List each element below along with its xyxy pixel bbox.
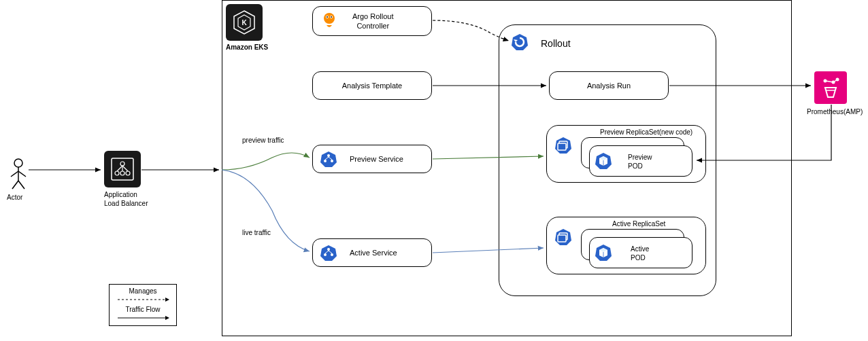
alb-icon — [104, 151, 141, 187]
eks-label: Amazon EKS — [226, 43, 268, 52]
svg-point-25 — [331, 160, 333, 162]
svg-marker-22 — [320, 151, 337, 167]
svg-marker-28 — [320, 245, 337, 261]
svg-point-7 — [120, 162, 124, 166]
prometheus-label: Prometheus(AMP) — [807, 107, 863, 116]
svg-point-30 — [324, 253, 327, 256]
rs-icon — [554, 136, 573, 155]
k8s-service-icon — [320, 150, 337, 168]
analysis-run-label: Analysis Run — [587, 82, 631, 90]
actor-figure — [8, 158, 29, 190]
eks-icon: K — [226, 4, 263, 41]
argo-subtitle: Controller — [352, 21, 394, 31]
preview-traffic-label: preview traffic — [242, 136, 284, 145]
legend-traffic: Traffic Flow — [115, 306, 171, 313]
svg-line-3 — [18, 171, 26, 177]
argo-icon — [320, 12, 339, 31]
svg-point-9 — [120, 171, 124, 175]
analysis-template-label: Analysis Template — [342, 82, 402, 90]
svg-rect-38 — [558, 143, 566, 150]
prometheus-icon — [814, 71, 847, 104]
svg-marker-57 — [165, 298, 169, 302]
svg-point-20 — [327, 16, 328, 18]
svg-point-29 — [327, 248, 330, 251]
preview-rs-title: Preview ReplicaSet(new code) — [600, 128, 692, 137]
svg-line-5 — [18, 181, 24, 189]
svg-point-10 — [126, 171, 130, 175]
alb-subtitle: Load Balancer — [104, 199, 148, 208]
svg-line-2 — [11, 171, 18, 177]
pod-icon — [594, 151, 613, 170]
svg-line-11 — [117, 166, 122, 171]
svg-point-31 — [331, 253, 333, 256]
legend-box: Manages Traffic Flow — [109, 284, 177, 326]
actor-label: Actor — [7, 193, 22, 202]
preview-pod-label-1: Preview — [628, 153, 652, 162]
rollout-icon — [510, 33, 529, 52]
active-pod-label-1: Active — [631, 245, 649, 253]
argo-controller-box: Argo Rollout Controller — [312, 6, 432, 36]
alb-label: Application Load Balancer — [104, 190, 148, 208]
active-pod-front: Active POD — [589, 237, 692, 268]
svg-text:K: K — [241, 19, 247, 26]
analysis-run-box: Analysis Run — [549, 71, 669, 100]
rs-icon-2 — [554, 228, 573, 247]
svg-line-13 — [122, 166, 128, 171]
svg-point-21 — [331, 16, 332, 18]
preview-pod-label-2: POD — [628, 162, 652, 170]
rollout-label: Rollout — [541, 37, 571, 50]
argo-title: Argo Rollout — [352, 12, 394, 21]
active-service-label: Active Service — [350, 249, 397, 257]
alb-title: Application — [104, 190, 148, 199]
preview-pod-front: Preview POD — [589, 145, 692, 177]
svg-line-4 — [12, 181, 18, 189]
live-traffic-label: live traffic — [242, 228, 271, 237]
svg-rect-45 — [558, 235, 566, 242]
active-pod-label-2: POD — [631, 253, 649, 262]
svg-point-17 — [324, 13, 335, 24]
k8s-service-icon-2 — [320, 244, 337, 262]
active-rs-title: Active ReplicaSet — [612, 219, 665, 228]
svg-point-23 — [327, 154, 330, 157]
svg-point-0 — [14, 159, 22, 167]
svg-point-8 — [115, 171, 119, 175]
preview-service-box: Preview Service — [312, 145, 432, 173]
pod-icon-2 — [594, 243, 613, 262]
active-service-box: Active Service — [312, 238, 432, 267]
preview-service-label: Preview Service — [350, 155, 403, 163]
svg-marker-34 — [512, 34, 528, 50]
legend-manages: Manages — [115, 287, 171, 295]
svg-marker-59 — [165, 316, 169, 320]
analysis-template-box: Analysis Template — [312, 71, 432, 100]
svg-point-24 — [324, 160, 327, 162]
